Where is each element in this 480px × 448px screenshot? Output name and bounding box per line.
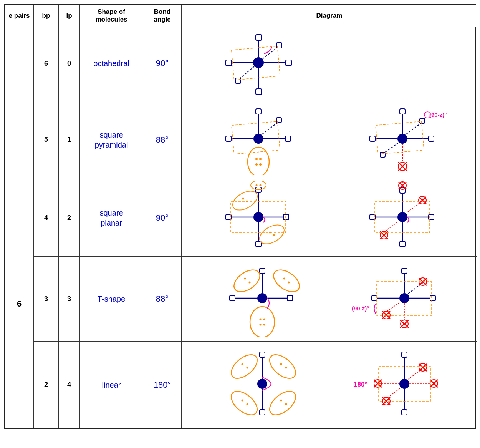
bond-cell: 88° <box>143 257 182 342</box>
lp-cell: 2 <box>59 179 80 257</box>
table-row: 6 4 2 squareplanar 90° <box>5 179 477 257</box>
lp-cell: 1 <box>59 100 80 179</box>
header-epairs: e pairs <box>5 5 34 27</box>
svg-point-94 <box>230 265 263 296</box>
linear-svg: 180° <box>187 343 472 424</box>
svg-line-83 <box>384 222 397 232</box>
diagram-cell-linear: 180° <box>182 342 477 428</box>
svg-point-63 <box>269 232 271 234</box>
svg-rect-17 <box>226 136 231 141</box>
svg-rect-30 <box>400 109 405 114</box>
svg-point-132 <box>241 363 243 365</box>
svg-rect-11 <box>235 78 241 83</box>
svg-point-58 <box>259 184 261 186</box>
svg-point-126 <box>257 379 267 389</box>
epairs-cell-6b: 6 <box>5 179 34 428</box>
svg-point-64 <box>273 234 275 236</box>
svg-point-23 <box>255 158 258 160</box>
svg-line-35 <box>406 123 421 134</box>
svg-rect-3 <box>256 89 262 95</box>
svg-point-96 <box>248 282 250 284</box>
table-row: 2 4 linear 180° <box>5 342 477 428</box>
header-shape: Shape of molecules <box>80 5 143 27</box>
svg-point-136 <box>285 367 287 369</box>
svg-rect-73 <box>429 214 434 220</box>
svg-rect-38 <box>380 152 385 157</box>
bond-cell: 90° <box>143 179 182 257</box>
svg-rect-52 <box>226 214 231 220</box>
svg-point-135 <box>280 363 282 365</box>
header-diagram: Diagram <box>182 5 477 27</box>
svg-text:(90-z)°: (90-z)° <box>352 305 369 312</box>
svg-point-57 <box>255 184 257 186</box>
svg-point-101 <box>263 324 265 326</box>
svg-rect-34 <box>429 136 434 141</box>
svg-rect-54 <box>283 214 289 220</box>
shape-cell: linear <box>80 342 143 428</box>
svg-point-98 <box>259 319 261 320</box>
shape-cell: T-shape <box>80 257 143 342</box>
svg-rect-19 <box>285 136 291 141</box>
svg-text:180°: 180° <box>354 381 367 388</box>
svg-point-13 <box>253 134 263 144</box>
table-row: 6 0 octahedral 90° <box>5 27 477 100</box>
svg-rect-109 <box>372 295 377 301</box>
svg-point-138 <box>241 400 243 402</box>
epairs-cell-6a <box>5 27 34 179</box>
bond-cell: 90° <box>143 27 182 100</box>
svg-rect-36 <box>420 118 425 123</box>
header-bond: Bond angle <box>143 5 182 27</box>
svg-line-37 <box>385 143 398 152</box>
svg-rect-50 <box>256 241 261 247</box>
shape-cell: squarepyramidal <box>80 100 143 179</box>
bp-cell: 4 <box>34 179 59 257</box>
svg-point-104 <box>288 282 290 284</box>
svg-point-65 <box>397 212 407 222</box>
bp-cell: 5 <box>34 100 59 179</box>
svg-point-25 <box>255 163 258 166</box>
bp-cell: 2 <box>34 342 59 428</box>
diagram-cell-tshape: (90-z)° <box>182 257 477 342</box>
svg-rect-91 <box>230 295 235 301</box>
svg-rect-130 <box>260 410 265 415</box>
table-row: 3 3 T-shape 88° <box>5 257 477 342</box>
bp-cell: 6 <box>34 27 59 100</box>
svg-point-140 <box>265 387 300 419</box>
svg-point-131 <box>227 350 262 383</box>
central-atom <box>253 57 264 68</box>
svg-point-143 <box>399 379 409 389</box>
diagram-cell-sq-planar <box>182 179 477 257</box>
svg-rect-32 <box>370 136 375 141</box>
svg-point-87 <box>257 293 267 303</box>
svg-rect-145 <box>402 352 407 357</box>
svg-point-56 <box>251 181 266 190</box>
svg-line-10 <box>240 66 254 78</box>
svg-line-8 <box>263 47 278 59</box>
svg-rect-147 <box>402 410 407 415</box>
svg-point-97 <box>250 307 275 337</box>
square-pyramidal-svg: (90-z)° <box>187 102 472 175</box>
header-lp: lp <box>59 5 80 27</box>
svg-rect-15 <box>256 109 261 114</box>
shape-cell: octahedral <box>80 27 143 100</box>
octahedral-svg <box>187 29 472 96</box>
lp-cell: 3 <box>59 257 80 342</box>
svg-rect-107 <box>402 268 407 274</box>
svg-point-142 <box>285 403 287 405</box>
svg-rect-128 <box>260 352 265 357</box>
square-planar-svg <box>187 181 472 252</box>
svg-point-141 <box>280 400 282 402</box>
svg-point-95 <box>244 278 246 280</box>
svg-rect-5 <box>226 60 232 66</box>
header-bp: bp <box>34 5 59 27</box>
svg-point-100 <box>259 324 261 326</box>
svg-rect-69 <box>400 241 405 247</box>
diagram-cell-octahedral <box>182 27 477 100</box>
svg-point-105 <box>399 293 409 303</box>
svg-rect-89 <box>260 268 265 274</box>
table-row: 5 1 squarepyramidal 88° <box>5 100 477 179</box>
svg-rect-7 <box>286 60 291 66</box>
t-shape-svg: (90-z)° <box>187 259 472 337</box>
svg-text:(90-z)°: (90-z)° <box>429 111 447 118</box>
svg-point-102 <box>270 265 303 296</box>
